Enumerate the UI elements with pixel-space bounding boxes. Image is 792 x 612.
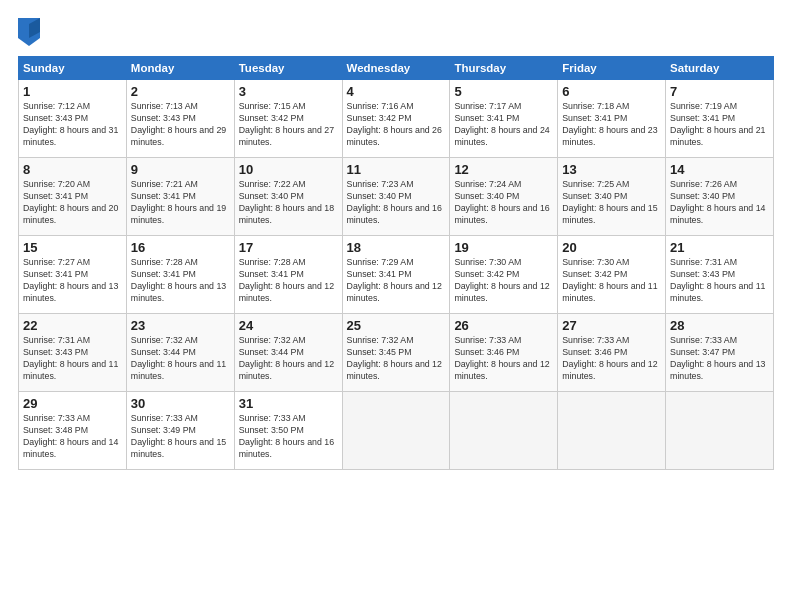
calendar-cell	[558, 392, 666, 470]
cell-info: Sunrise: 7:16 AM Sunset: 3:42 PM Dayligh…	[347, 101, 446, 149]
cell-info: Sunrise: 7:27 AM Sunset: 3:41 PM Dayligh…	[23, 257, 122, 305]
cell-info: Sunrise: 7:33 AM Sunset: 3:50 PM Dayligh…	[239, 413, 338, 461]
calendar-week: 8Sunrise: 7:20 AM Sunset: 3:41 PM Daylig…	[19, 158, 774, 236]
day-number: 17	[239, 240, 338, 255]
weekday-header: Friday	[558, 57, 666, 80]
calendar-cell: 18Sunrise: 7:29 AM Sunset: 3:41 PM Dayli…	[342, 236, 450, 314]
calendar-cell: 29Sunrise: 7:33 AM Sunset: 3:48 PM Dayli…	[19, 392, 127, 470]
calendar-cell: 5Sunrise: 7:17 AM Sunset: 3:41 PM Daylig…	[450, 80, 558, 158]
cell-info: Sunrise: 7:17 AM Sunset: 3:41 PM Dayligh…	[454, 101, 553, 149]
calendar-cell: 6Sunrise: 7:18 AM Sunset: 3:41 PM Daylig…	[558, 80, 666, 158]
calendar-cell: 11Sunrise: 7:23 AM Sunset: 3:40 PM Dayli…	[342, 158, 450, 236]
day-number: 31	[239, 396, 338, 411]
cell-info: Sunrise: 7:19 AM Sunset: 3:41 PM Dayligh…	[670, 101, 769, 149]
cell-info: Sunrise: 7:20 AM Sunset: 3:41 PM Dayligh…	[23, 179, 122, 227]
weekday-header: Saturday	[666, 57, 774, 80]
cell-info: Sunrise: 7:30 AM Sunset: 3:42 PM Dayligh…	[562, 257, 661, 305]
day-number: 16	[131, 240, 230, 255]
calendar-cell: 24Sunrise: 7:32 AM Sunset: 3:44 PM Dayli…	[234, 314, 342, 392]
cell-info: Sunrise: 7:32 AM Sunset: 3:44 PM Dayligh…	[131, 335, 230, 383]
day-number: 18	[347, 240, 446, 255]
calendar-cell: 7Sunrise: 7:19 AM Sunset: 3:41 PM Daylig…	[666, 80, 774, 158]
weekday-header: Thursday	[450, 57, 558, 80]
day-number: 29	[23, 396, 122, 411]
calendar-cell: 9Sunrise: 7:21 AM Sunset: 3:41 PM Daylig…	[126, 158, 234, 236]
cell-info: Sunrise: 7:31 AM Sunset: 3:43 PM Dayligh…	[670, 257, 769, 305]
calendar-cell: 20Sunrise: 7:30 AM Sunset: 3:42 PM Dayli…	[558, 236, 666, 314]
cell-info: Sunrise: 7:33 AM Sunset: 3:47 PM Dayligh…	[670, 335, 769, 383]
calendar-cell: 13Sunrise: 7:25 AM Sunset: 3:40 PM Dayli…	[558, 158, 666, 236]
calendar-cell: 23Sunrise: 7:32 AM Sunset: 3:44 PM Dayli…	[126, 314, 234, 392]
calendar-cell: 3Sunrise: 7:15 AM Sunset: 3:42 PM Daylig…	[234, 80, 342, 158]
logo	[18, 18, 42, 46]
cell-info: Sunrise: 7:29 AM Sunset: 3:41 PM Dayligh…	[347, 257, 446, 305]
cell-info: Sunrise: 7:18 AM Sunset: 3:41 PM Dayligh…	[562, 101, 661, 149]
day-number: 7	[670, 84, 769, 99]
calendar-cell: 1Sunrise: 7:12 AM Sunset: 3:43 PM Daylig…	[19, 80, 127, 158]
day-number: 11	[347, 162, 446, 177]
header-row: SundayMondayTuesdayWednesdayThursdayFrid…	[19, 57, 774, 80]
cell-info: Sunrise: 7:32 AM Sunset: 3:45 PM Dayligh…	[347, 335, 446, 383]
day-number: 30	[131, 396, 230, 411]
calendar-cell: 30Sunrise: 7:33 AM Sunset: 3:49 PM Dayli…	[126, 392, 234, 470]
day-number: 15	[23, 240, 122, 255]
day-number: 27	[562, 318, 661, 333]
cell-info: Sunrise: 7:33 AM Sunset: 3:46 PM Dayligh…	[562, 335, 661, 383]
cell-info: Sunrise: 7:13 AM Sunset: 3:43 PM Dayligh…	[131, 101, 230, 149]
calendar-week: 22Sunrise: 7:31 AM Sunset: 3:43 PM Dayli…	[19, 314, 774, 392]
calendar-cell: 31Sunrise: 7:33 AM Sunset: 3:50 PM Dayli…	[234, 392, 342, 470]
calendar-cell: 26Sunrise: 7:33 AM Sunset: 3:46 PM Dayli…	[450, 314, 558, 392]
calendar-cell: 16Sunrise: 7:28 AM Sunset: 3:41 PM Dayli…	[126, 236, 234, 314]
cell-info: Sunrise: 7:30 AM Sunset: 3:42 PM Dayligh…	[454, 257, 553, 305]
day-number: 26	[454, 318, 553, 333]
day-number: 3	[239, 84, 338, 99]
calendar-cell: 25Sunrise: 7:32 AM Sunset: 3:45 PM Dayli…	[342, 314, 450, 392]
cell-info: Sunrise: 7:33 AM Sunset: 3:48 PM Dayligh…	[23, 413, 122, 461]
cell-info: Sunrise: 7:22 AM Sunset: 3:40 PM Dayligh…	[239, 179, 338, 227]
calendar-cell	[342, 392, 450, 470]
cell-info: Sunrise: 7:21 AM Sunset: 3:41 PM Dayligh…	[131, 179, 230, 227]
weekday-header: Sunday	[19, 57, 127, 80]
cell-info: Sunrise: 7:28 AM Sunset: 3:41 PM Dayligh…	[131, 257, 230, 305]
day-number: 25	[347, 318, 446, 333]
cell-info: Sunrise: 7:28 AM Sunset: 3:41 PM Dayligh…	[239, 257, 338, 305]
calendar-week: 15Sunrise: 7:27 AM Sunset: 3:41 PM Dayli…	[19, 236, 774, 314]
calendar-cell: 22Sunrise: 7:31 AM Sunset: 3:43 PM Dayli…	[19, 314, 127, 392]
calendar-table: SundayMondayTuesdayWednesdayThursdayFrid…	[18, 56, 774, 470]
day-number: 20	[562, 240, 661, 255]
calendar-cell: 4Sunrise: 7:16 AM Sunset: 3:42 PM Daylig…	[342, 80, 450, 158]
weekday-header: Monday	[126, 57, 234, 80]
weekday-header: Wednesday	[342, 57, 450, 80]
day-number: 19	[454, 240, 553, 255]
cell-info: Sunrise: 7:23 AM Sunset: 3:40 PM Dayligh…	[347, 179, 446, 227]
calendar-cell	[450, 392, 558, 470]
calendar-cell: 15Sunrise: 7:27 AM Sunset: 3:41 PM Dayli…	[19, 236, 127, 314]
day-number: 21	[670, 240, 769, 255]
day-number: 5	[454, 84, 553, 99]
day-number: 14	[670, 162, 769, 177]
day-number: 8	[23, 162, 122, 177]
cell-info: Sunrise: 7:31 AM Sunset: 3:43 PM Dayligh…	[23, 335, 122, 383]
cell-info: Sunrise: 7:32 AM Sunset: 3:44 PM Dayligh…	[239, 335, 338, 383]
calendar-cell: 17Sunrise: 7:28 AM Sunset: 3:41 PM Dayli…	[234, 236, 342, 314]
day-number: 24	[239, 318, 338, 333]
cell-info: Sunrise: 7:26 AM Sunset: 3:40 PM Dayligh…	[670, 179, 769, 227]
calendar-week: 29Sunrise: 7:33 AM Sunset: 3:48 PM Dayli…	[19, 392, 774, 470]
header	[18, 18, 774, 46]
cell-info: Sunrise: 7:24 AM Sunset: 3:40 PM Dayligh…	[454, 179, 553, 227]
day-number: 4	[347, 84, 446, 99]
day-number: 28	[670, 318, 769, 333]
calendar-week: 1Sunrise: 7:12 AM Sunset: 3:43 PM Daylig…	[19, 80, 774, 158]
calendar-cell: 10Sunrise: 7:22 AM Sunset: 3:40 PM Dayli…	[234, 158, 342, 236]
calendar-cell: 12Sunrise: 7:24 AM Sunset: 3:40 PM Dayli…	[450, 158, 558, 236]
day-number: 6	[562, 84, 661, 99]
logo-icon	[18, 18, 40, 46]
cell-info: Sunrise: 7:25 AM Sunset: 3:40 PM Dayligh…	[562, 179, 661, 227]
page: SundayMondayTuesdayWednesdayThursdayFrid…	[0, 0, 792, 612]
cell-info: Sunrise: 7:15 AM Sunset: 3:42 PM Dayligh…	[239, 101, 338, 149]
calendar-cell: 28Sunrise: 7:33 AM Sunset: 3:47 PM Dayli…	[666, 314, 774, 392]
day-number: 13	[562, 162, 661, 177]
day-number: 22	[23, 318, 122, 333]
day-number: 9	[131, 162, 230, 177]
weekday-header: Tuesday	[234, 57, 342, 80]
